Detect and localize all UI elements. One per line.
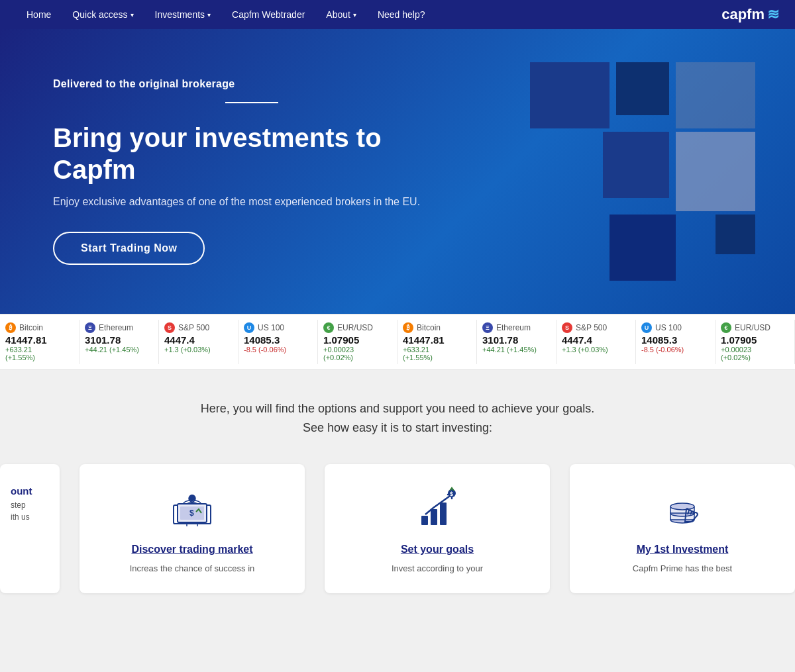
set-goals-icon: $ — [413, 485, 461, 533]
ticker-name: U US 100 — [244, 322, 301, 333]
market-ticker: ₿ Bitcoin 41447.81 +633.21 (+1.55%) Ξ Et… — [0, 314, 795, 370]
ticker-price: 1.07905 — [323, 334, 381, 346]
section-intro-text: Here, you will find the options and supp… — [13, 399, 782, 438]
hero-title: Bring your investments to Capfm — [53, 122, 450, 185]
ticker-price: 3101.78 — [482, 334, 540, 346]
svg-text:$: $ — [189, 508, 194, 518]
nav-items: Home Quick access ▾ Investments ▾ Capfm … — [16, 0, 721, 29]
card-goals-title: Set your goals — [401, 544, 474, 555]
hero-section: Delivered to the original brokerage Brin… — [0, 29, 795, 314]
svg-rect-11 — [440, 503, 447, 525]
ticker-change: +44.21 (+1.45%) — [85, 346, 142, 354]
ticker-change: +44.21 (+1.45%) — [482, 346, 540, 354]
ticker-name: ₿ Bitcoin — [403, 322, 460, 333]
partial-card-extra: ith us — [11, 512, 30, 522]
nav-item-about[interactable]: About ▾ — [315, 0, 367, 29]
site-logo[interactable]: capfm ≋ — [721, 6, 779, 23]
card-first-investment: My 1st Investment Capfm Prime has the be… — [570, 464, 795, 594]
ticker-icon: S — [562, 322, 572, 333]
ticker-icon: Ξ — [85, 322, 95, 333]
ticker-icon: ₿ — [403, 322, 413, 333]
partial-card-subtitle: step — [11, 501, 26, 510]
ticker-price: 1.07905 — [721, 334, 778, 346]
card-set-goals: $ Set your goals Invest according to you… — [325, 464, 550, 594]
hero-divider — [225, 102, 278, 103]
ticker-price: 41447.81 — [5, 334, 63, 346]
ticker-change: +1.3 (+0.03%) — [164, 346, 222, 354]
ticker-price: 3101.78 — [85, 334, 142, 346]
discover-market-icon: $ $ — [168, 485, 216, 533]
ticker-icon: € — [323, 322, 334, 333]
ticker-change: -8.5 (-0.06%) — [244, 346, 301, 354]
ticker-price: 14085.3 — [641, 334, 699, 346]
nav-item-webtrader[interactable]: Capfm Webtrader — [221, 0, 315, 29]
ticker-icon: U — [244, 322, 254, 333]
ticker-name: S S&P 500 — [164, 322, 222, 333]
nav-item-home[interactable]: Home — [16, 0, 62, 29]
ticker-item-6: Ξ Ethereum 3101.78 +44.21 (+1.45%) — [477, 320, 556, 364]
ticker-name: Ξ Ethereum — [85, 322, 142, 333]
nav-webtrader-label: Capfm Webtrader — [232, 9, 305, 20]
hero-description: Enjoy exclusive advantages of one of the… — [53, 196, 450, 208]
svg-rect-9 — [421, 516, 428, 525]
navbar: Home Quick access ▾ Investments ▾ Capfm … — [0, 0, 795, 29]
nav-item-quickaccess[interactable]: Quick access ▾ — [62, 0, 144, 29]
svg-point-18 — [670, 503, 694, 510]
card-partial-left: ount step ith us — [0, 464, 60, 594]
svg-rect-10 — [431, 509, 437, 525]
ticker-icon: Ξ — [482, 322, 493, 333]
ticker-item-3: U US 100 14085.3 -8.5 (-0.06%) — [238, 320, 318, 364]
hero-content: Delivered to the original brokerage Brin… — [53, 78, 450, 265]
ticker-change: +0.00023 (+0.02%) — [721, 346, 778, 361]
card-discover-desc: Increas the chance of success in — [130, 562, 255, 575]
ticker-change: +633.21 (+1.55%) — [5, 346, 63, 361]
ticker-item-9: € EUR/USD 1.07905 +0.00023 (+0.02%) — [716, 320, 795, 364]
ticker-name: € EUR/USD — [721, 322, 778, 333]
ticker-item-5: ₿ Bitcoin 41447.81 +633.21 (+1.55%) — [398, 320, 477, 364]
ticker-inner: ₿ Bitcoin 41447.81 +633.21 (+1.55%) Ξ Et… — [0, 320, 795, 364]
nav-investments-label: Investments — [155, 9, 205, 20]
ticker-price: 4447.4 — [164, 334, 222, 346]
cards-section: ount step ith us $ — [0, 454, 795, 620]
hero-decoration — [464, 29, 795, 314]
ticker-name: S S&P 500 — [562, 322, 619, 333]
ticker-price: 14085.3 — [244, 334, 301, 346]
ticker-change: +1.3 (+0.03%) — [562, 346, 619, 354]
card-goals-desc: Invest according to your — [392, 562, 483, 575]
nav-quickaccess-label: Quick access — [72, 9, 127, 20]
ticker-price: 4447.4 — [562, 334, 619, 346]
ticker-item-7: S S&P 500 4447.4 +1.3 (+0.03%) — [556, 320, 636, 364]
chevron-down-icon: ▾ — [131, 11, 134, 19]
svg-text:$: $ — [450, 491, 453, 497]
ticker-name: Ξ Ethereum — [482, 322, 540, 333]
ticker-change: +633.21 (+1.55%) — [403, 346, 460, 361]
partial-card-title: ount — [11, 485, 32, 497]
logo-text: capfm — [721, 6, 765, 23]
svg-point-7 — [189, 495, 195, 501]
ticker-change: +0.00023 (+0.02%) — [323, 346, 381, 361]
card-discover-market: $ $ Discover trading market Increas the … — [80, 464, 305, 594]
ticker-icon: ₿ — [5, 322, 16, 333]
nav-item-investments[interactable]: Investments ▾ — [144, 0, 221, 29]
ticker-name: U US 100 — [641, 322, 699, 333]
ticker-icon: U — [641, 322, 652, 333]
start-trading-button[interactable]: Start Trading Now — [53, 232, 205, 265]
chevron-down-icon: ▾ — [353, 11, 356, 19]
ticker-icon: S — [164, 322, 175, 333]
nav-home-label: Home — [26, 9, 51, 20]
ticker-item-1: Ξ Ethereum 3101.78 +44.21 (+1.45%) — [80, 320, 159, 364]
ticker-icon: € — [721, 322, 731, 333]
nav-item-help[interactable]: Need help? — [367, 0, 436, 29]
ticker-item-4: € EUR/USD 1.07905 +0.00023 (+0.02%) — [318, 320, 398, 364]
logo-wave-icon: ≋ — [767, 6, 779, 23]
card-discover-title: Discover trading market — [131, 544, 252, 555]
chevron-down-icon: ▾ — [207, 11, 211, 19]
card-investment-desc: Capfm Prime has the best — [633, 562, 732, 575]
ticker-price: 41447.81 — [403, 334, 460, 346]
first-investment-icon — [659, 485, 706, 533]
ticker-item-0: ₿ Bitcoin 41447.81 +633.21 (+1.55%) — [0, 320, 80, 364]
hero-subtitle: Delivered to the original brokerage — [53, 78, 450, 90]
section-intro: Here, you will find the options and supp… — [0, 370, 795, 454]
ticker-item-8: U US 100 14085.3 -8.5 (-0.06%) — [636, 320, 716, 364]
cards-container: ount step ith us $ — [0, 464, 795, 594]
